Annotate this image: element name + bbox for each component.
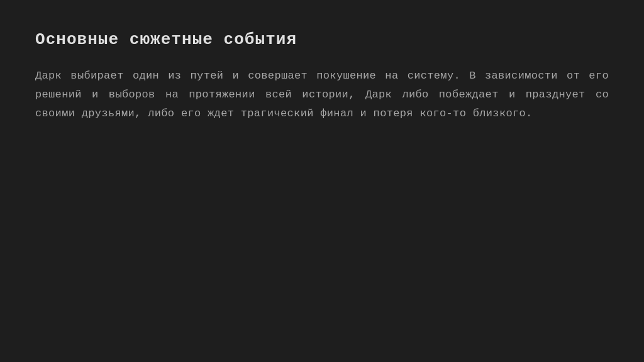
page-heading: Основные сюжетные события (35, 30, 609, 49)
body-paragraph: Дарк выбирает один из путей и совершает … (35, 67, 609, 123)
page-container: Основные сюжетные события Дарк выбирает … (0, 0, 644, 362)
